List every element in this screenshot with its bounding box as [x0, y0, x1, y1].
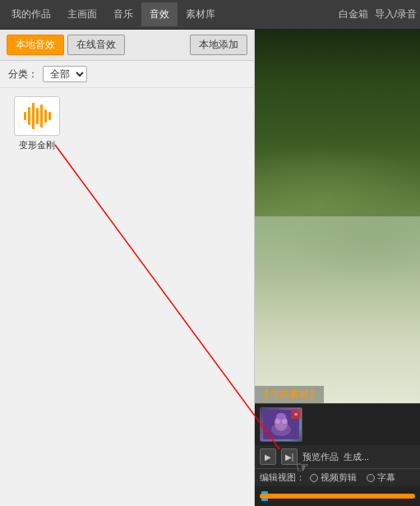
- online-sound-tab[interactable]: 在线音效: [67, 35, 125, 55]
- radio-circle-subtitle: [367, 474, 375, 482]
- subtitle-label: 字幕: [377, 471, 395, 484]
- playback-controls: ▶ ▶| 预览作品 生成...: [255, 445, 420, 468]
- preview-works-label[interactable]: 预览作品: [302, 451, 339, 463]
- tab-main-screen[interactable]: 主画面: [59, 2, 105, 26]
- tab-my-works[interactable]: 我的作品: [3, 2, 59, 26]
- video-background: 【作品素材】: [255, 30, 420, 403]
- top-nav: 我的作品 主画面 音乐 音效 素材库 白金箱 导入/录音: [0, 0, 420, 30]
- thumbnail-item[interactable]: ×: [260, 407, 302, 442]
- sound-icon-transformer: [14, 96, 60, 136]
- category-row: 分类： 全部: [0, 61, 254, 88]
- waveform-icon: [24, 103, 51, 129]
- svg-point-6: [276, 413, 286, 420]
- bottom-area: × ▶ ▶| 预览作品 生成... 编辑视图： 视频剪辑: [255, 403, 420, 506]
- material-label: 【作品素材】: [255, 386, 324, 403]
- import-record-btn[interactable]: 导入/录音: [375, 7, 417, 21]
- video-preview: 【作品素材】: [255, 30, 420, 403]
- play-button[interactable]: ▶: [260, 448, 276, 465]
- sub-tabs: 本地音效 在线音效 本地添加: [0, 30, 254, 61]
- timeline-bar[interactable]: [260, 494, 415, 499]
- edit-view-label: 编辑视图：: [260, 471, 305, 484]
- thumbnail-strip: ×: [255, 404, 420, 445]
- svg-point-5: [282, 419, 287, 424]
- svg-point-4: [275, 419, 280, 424]
- right-panel: 【作品素材】: [255, 30, 420, 506]
- radio-group: 视频剪辑 字幕: [310, 471, 395, 484]
- tab-music[interactable]: 音乐: [105, 2, 141, 26]
- radio-subtitle[interactable]: 字幕: [367, 471, 395, 484]
- generate-label[interactable]: 生成...: [344, 451, 369, 463]
- radio-video-edit[interactable]: 视频剪辑: [310, 471, 357, 484]
- radio-circle-video: [310, 474, 318, 482]
- tab-sound-effects[interactable]: 音效: [141, 2, 178, 26]
- sound-grid: 变形金刚: [0, 88, 254, 506]
- timeline-row: [255, 486, 420, 506]
- tab-material-library[interactable]: 素材库: [178, 2, 224, 26]
- edit-controls: 编辑视图： 视频剪辑 字幕: [255, 468, 420, 486]
- category-label: 分类：: [8, 67, 38, 81]
- sound-label-transformer: 变形金刚: [19, 139, 55, 151]
- top-nav-right: 白金箱 导入/录音: [339, 7, 417, 21]
- local-add-btn[interactable]: 本地添加: [190, 35, 247, 55]
- golden-box-btn[interactable]: 白金箱: [339, 7, 368, 21]
- sound-item-transformer[interactable]: 变形金刚: [8, 96, 66, 151]
- step-forward-button[interactable]: ▶|: [281, 448, 298, 465]
- fog-layer: [255, 216, 420, 403]
- main-layout: 本地音效 在线音效 本地添加 分类： 全部: [0, 30, 420, 506]
- category-select[interactable]: 全部: [43, 66, 87, 82]
- video-edit-label: 视频剪辑: [321, 471, 357, 484]
- local-sound-tab[interactable]: 本地音效: [7, 35, 64, 55]
- left-panel: 本地音效 在线音效 本地添加 分类： 全部: [0, 30, 255, 506]
- thumbnail-close-btn[interactable]: ×: [291, 409, 301, 419]
